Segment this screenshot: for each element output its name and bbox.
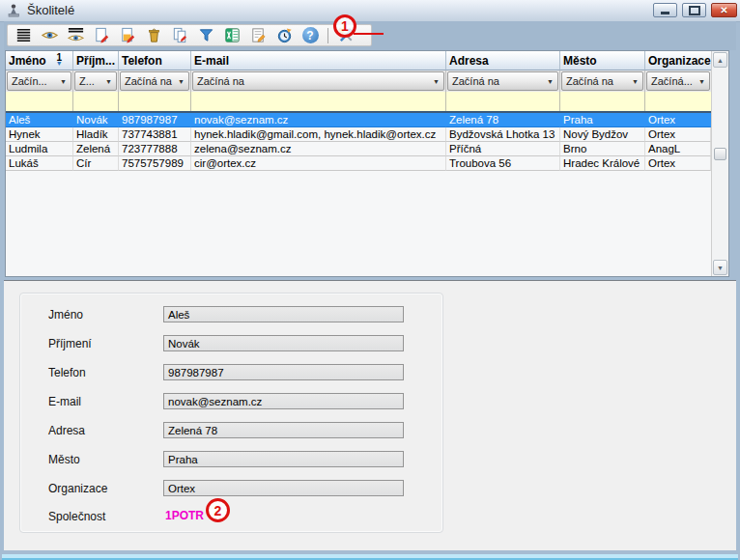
form-row-prijmeni: Příjmení Novák — [20, 335, 442, 351]
grid-cell[interactable]: Bydžovská Lhotka 13 — [446, 127, 560, 142]
help-icon[interactable]: ? — [300, 26, 320, 45]
scroll-down-icon: ▼ — [717, 265, 724, 271]
maximize-button[interactable] — [682, 3, 706, 17]
form-row-email: E-mail novak@seznam.cz — [20, 393, 442, 409]
filter-input-jmeno[interactable] — [6, 92, 73, 111]
grid-cell[interactable]: hynek.hladik@gmail.com, hynek.hladik@ort… — [191, 127, 446, 142]
grid-cell[interactable]: 7575757989 — [119, 156, 191, 171]
new-record-icon[interactable] — [92, 26, 111, 45]
grid-cell[interactable]: Hradec Králové — [560, 156, 645, 171]
grid-cell[interactable]: Troubova 56 — [446, 156, 560, 171]
grid-cell[interactable]: Zelená — [73, 142, 119, 156]
filter-dropdown-telefon[interactable]: Začíná na▼ — [120, 71, 189, 91]
filter-icon[interactable] — [196, 26, 215, 45]
grid-cell[interactable]: cir@ortex.cz — [191, 156, 446, 171]
mesto-field[interactable]: Praha — [163, 451, 404, 467]
grid-cell[interactable]: zelena@seznam.cz — [191, 142, 446, 156]
column-header-adresa[interactable]: Adresa — [446, 51, 560, 70]
column-header-jmeno[interactable]: Jméno 1 ▼ — [6, 51, 73, 70]
column-header-mesto[interactable]: Město — [560, 51, 645, 70]
field-label: E-mail — [48, 395, 81, 408]
grid-cell[interactable]: 987987987 — [119, 113, 191, 127]
column-header-prijmeni[interactable]: Příjm... — [73, 51, 119, 70]
filter-input-organizace[interactable] — [645, 92, 711, 111]
grid-cell[interactable]: Ludmila — [6, 142, 73, 156]
grid-cell[interactable]: Novák — [73, 113, 119, 127]
telefon-field[interactable]: 987987987 — [163, 364, 404, 380]
field-label: Organizace — [48, 482, 107, 495]
form-row-jmeno: Jméno Aleš — [20, 306, 442, 322]
company-link[interactable]: 1POTR — [165, 509, 204, 522]
column-header-telefon[interactable]: Telefon — [119, 51, 191, 70]
grid-cell[interactable]: 737743881 — [119, 127, 191, 142]
detail-groupbox: Jméno Aleš Příjmení Novák Telefon 987987… — [19, 293, 443, 533]
app-window: Školitelé ✕ — [0, 0, 740, 560]
grid-cell[interactable]: 723777888 — [119, 142, 191, 156]
table-row[interactable]: Hynek Hladík 737743881 hynek.hladik@gmai… — [6, 127, 711, 142]
grid-cell[interactable]: Lukáš — [6, 156, 73, 171]
list-icon[interactable] — [14, 26, 33, 45]
chevron-down-icon: ▼ — [547, 78, 554, 85]
table-row[interactable]: Aleš Novák 987987987 novak@seznam.cz Zel… — [6, 113, 711, 127]
excel-export-icon[interactable] — [222, 26, 242, 45]
grid-cell[interactable]: Ortex — [645, 156, 711, 171]
view-detail-icon[interactable] — [66, 26, 85, 45]
grid-cell[interactable]: Příčná — [446, 142, 560, 156]
grid-cell[interactable]: Nový Bydžov — [560, 127, 645, 142]
adresa-field[interactable]: Zelená 78 — [163, 422, 404, 438]
grid-cell[interactable]: Zelená 78 — [446, 113, 560, 127]
history-icon[interactable] — [274, 26, 294, 45]
grid-cell[interactable]: Ortex — [645, 113, 711, 127]
filter-input-telefon[interactable] — [119, 92, 191, 111]
grid-cell[interactable]: AnagL — [645, 142, 711, 156]
edit-record-icon[interactable] — [118, 26, 137, 45]
minimize-icon — [661, 12, 669, 14]
minimize-button[interactable] — [653, 3, 677, 17]
grid-cell[interactable]: Aleš — [6, 113, 73, 127]
column-header-email[interactable]: E-mail — [191, 51, 446, 70]
filter-input-email[interactable] — [191, 92, 446, 111]
chevron-down-icon: ▼ — [178, 78, 185, 85]
toolbar-separator — [327, 28, 328, 43]
filter-dropdown-prijmeni[interactable]: Z...▼ — [74, 71, 117, 91]
prijmeni-field[interactable]: Novák — [163, 335, 404, 351]
email-field[interactable]: novak@seznam.cz — [163, 393, 404, 409]
table-row[interactable]: Ludmila Zelená 723777888 zelena@seznam.c… — [6, 142, 711, 156]
view-icon[interactable] — [40, 26, 59, 45]
grid-cell[interactable]: Hynek — [6, 127, 73, 142]
chevron-down-icon: ▼ — [698, 78, 705, 85]
field-label: Společnost — [48, 510, 105, 523]
grid-cell[interactable]: Hladík — [73, 127, 119, 142]
copy-record-icon[interactable] — [170, 26, 189, 45]
close-button[interactable]: ✕ — [711, 3, 737, 17]
grid-cell[interactable]: Brno — [560, 142, 645, 156]
filter-input-mesto[interactable] — [560, 92, 645, 111]
grid-cell[interactable]: Ortex — [645, 127, 711, 142]
form-row-spolecnost: Společnost 1POTR — [20, 508, 442, 524]
jmeno-field[interactable]: Aleš — [163, 306, 404, 322]
grid-filter-row: Začín...▼ Z...▼ Začíná na▼ Začíná na▼ Za… — [6, 70, 711, 92]
scrollbar-thumb[interactable] — [714, 148, 726, 160]
filter-dropdown-jmeno[interactable]: Začín...▼ — [7, 71, 71, 91]
edit-form-icon[interactable] — [248, 26, 268, 45]
vertical-scrollbar[interactable]: ▲ ▼ — [711, 51, 728, 276]
grid-empty-area — [6, 172, 711, 276]
filter-input-adresa[interactable] — [446, 92, 560, 111]
annotation-1-underline — [354, 33, 384, 35]
grid-cell[interactable]: Praha — [560, 113, 645, 127]
window-bottom-shine — [2, 554, 738, 560]
grid-cell[interactable]: novak@seznam.cz — [191, 113, 446, 127]
form-row-organizace: Organizace Ortex — [20, 480, 442, 496]
delete-record-icon[interactable] — [144, 26, 163, 45]
column-header-organizace[interactable]: Organizace — [645, 51, 711, 70]
scroll-down-button[interactable]: ▼ — [713, 260, 727, 275]
filter-dropdown-mesto[interactable]: Začíná na▼ — [561, 71, 643, 91]
filter-input-prijmeni[interactable] — [73, 92, 119, 111]
filter-dropdown-adresa[interactable]: Začíná na▼ — [447, 71, 558, 91]
table-row[interactable]: Lukáš Cír 7575757989 cir@ortex.cz Troubo… — [6, 156, 711, 171]
filter-dropdown-email[interactable]: Začíná na▼ — [192, 71, 444, 91]
scroll-up-button[interactable]: ▲ — [713, 52, 727, 68]
grid-cell[interactable]: Cír — [73, 156, 119, 171]
filter-dropdown-organizace[interactable]: Začíná...▼ — [646, 71, 710, 91]
organizace-field[interactable]: Ortex — [163, 480, 404, 496]
